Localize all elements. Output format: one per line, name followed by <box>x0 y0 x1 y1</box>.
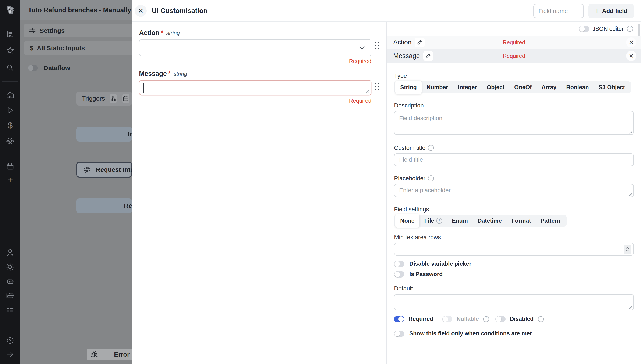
bg-settings-label: Settings <box>40 27 65 34</box>
fs-option-format[interactable]: Format <box>507 216 536 226</box>
description-textarea[interactable] <box>394 111 634 135</box>
dataflow-toggle[interactable] <box>28 65 38 71</box>
disable-variable-picker-toggle[interactable] <box>394 261 404 267</box>
spinner-down-icon <box>625 250 629 252</box>
bug-icon <box>91 350 98 358</box>
type-option-array[interactable]: Array <box>537 82 561 92</box>
fs-option-none[interactable]: None <box>395 214 419 228</box>
required-toggle[interactable] <box>394 316 404 322</box>
field-row-required-badge: Required <box>503 53 525 59</box>
workflow-title: Tuto Refund branches - Manually <box>28 6 131 14</box>
edit-pencil-icon[interactable] <box>415 38 425 47</box>
favorites-icon[interactable] <box>0 45 20 56</box>
nullable-toggle[interactable] <box>442 316 452 322</box>
node-interactive[interactable]: Ir <box>76 127 132 142</box>
resize-handle-icon[interactable] <box>627 128 632 135</box>
add-icon[interactable]: + <box>0 174 20 186</box>
fs-option-enum[interactable]: Enum <box>447 216 473 226</box>
field-row-label: Action <box>393 38 411 46</box>
custom-title-input[interactable] <box>394 154 634 166</box>
fs-option-pattern[interactable]: Pattern <box>536 216 565 226</box>
message-drag-handle[interactable] <box>375 83 381 90</box>
type-option-boolean[interactable]: Boolean <box>561 82 594 92</box>
resize-handle-icon[interactable] <box>364 88 370 94</box>
field-row-action[interactable]: Action Required ✕ <box>387 36 641 49</box>
close-icon[interactable]: ✕ <box>135 5 147 17</box>
disabled-toggle[interactable] <box>495 316 505 322</box>
node-request-label: Request Interactiv <box>96 166 132 173</box>
remove-field-icon[interactable]: ✕ <box>626 37 636 48</box>
is-password-toggle[interactable] <box>394 271 404 278</box>
bg-static-inputs-bar[interactable]: $ All Static Inputs <box>24 41 132 55</box>
description-label: Description <box>394 102 634 109</box>
resize-handle-icon[interactable] <box>627 191 632 197</box>
field-row-label: Message <box>393 52 420 60</box>
type-option-string[interactable]: String <box>395 80 422 94</box>
plus-icon: + <box>595 7 599 15</box>
type-option-number[interactable]: Number <box>422 82 453 92</box>
workspace-icon[interactable] <box>0 28 20 40</box>
fs-option-datetime[interactable]: Datetime <box>473 216 507 226</box>
conditions-label: Show this field only when conditions are… <box>409 330 532 337</box>
sliders-icon <box>29 26 36 35</box>
type-option-object[interactable]: Object <box>482 82 509 92</box>
node-request-interactive[interactable]: Request Interactiv <box>76 162 132 178</box>
required-asterisk: * <box>161 29 163 37</box>
min-rows-input[interactable] <box>394 243 634 256</box>
app-sidebar: $ + <box>0 0 20 364</box>
calendar-icon[interactable] <box>0 160 20 172</box>
info-icon: i <box>428 176 434 181</box>
help-icon[interactable] <box>0 334 20 346</box>
collapse-arrow-icon[interactable] <box>0 348 20 360</box>
info-icon: i <box>428 145 434 151</box>
info-icon: i <box>627 26 633 32</box>
billing-icon[interactable]: $ <box>0 120 20 131</box>
settings-gear-icon[interactable] <box>0 261 20 273</box>
placeholder-textarea[interactable] <box>394 184 634 197</box>
executions-icon[interactable] <box>0 104 20 116</box>
add-field-button[interactable]: + Add field <box>588 4 634 18</box>
user-icon[interactable] <box>0 246 20 258</box>
triggers-bar: Triggers <box>76 92 132 106</box>
logs-list-icon[interactable] <box>0 304 20 316</box>
message-field-label: Message <box>139 70 167 78</box>
dollar-icon: $ <box>30 44 34 52</box>
action-select[interactable] <box>139 39 371 56</box>
blocks-icon[interactable] <box>0 135 20 147</box>
modal-header: ✕ UI Customisation + Add field <box>132 0 641 22</box>
error-handler-bar[interactable]: Error H <box>87 348 132 360</box>
edit-pencil-icon[interactable] <box>423 51 433 61</box>
type-option-integer[interactable]: Integer <box>453 82 482 92</box>
type-option-oneof[interactable]: OneOf <box>509 82 537 92</box>
app-logo[interactable] <box>0 4 20 16</box>
bg-settings-bar[interactable]: Settings <box>24 24 132 37</box>
workflow-canvas: Settings $ All Static Inputs Dataflow Tr… <box>20 20 132 364</box>
default-label: Default <box>394 285 634 292</box>
webhook-trigger-icon[interactable] <box>110 94 117 104</box>
conditions-toggle[interactable] <box>394 330 404 337</box>
field-settings-panel: JSON editor i Action Required ✕ Message … <box>387 22 641 364</box>
action-drag-handle[interactable] <box>375 42 381 49</box>
node-bottom[interactable]: Re <box>76 198 132 213</box>
message-textarea[interactable] <box>139 80 371 95</box>
info-icon: i <box>538 316 544 322</box>
action-field-type: string <box>166 30 180 36</box>
json-editor-toggle[interactable] <box>579 26 589 32</box>
spinner-up-icon <box>625 246 629 249</box>
required-asterisk: * <box>168 70 171 78</box>
number-spinner[interactable] <box>624 244 631 254</box>
default-textarea[interactable] <box>394 294 634 310</box>
type-option-s3object[interactable]: S3 Object <box>594 82 630 92</box>
fs-option-file[interactable]: Filei <box>419 216 447 226</box>
field-name-input[interactable] <box>533 4 584 18</box>
robot-icon[interactable] <box>0 276 20 288</box>
resize-handle-icon[interactable] <box>627 304 632 310</box>
search-icon[interactable] <box>0 62 20 74</box>
remove-field-icon[interactable]: ✕ <box>626 51 636 61</box>
type-segmented-control: String Number Integer Object OneOf Array… <box>394 81 631 93</box>
field-row-message[interactable]: Message Required ✕ <box>387 49 641 63</box>
info-icon: i <box>436 218 442 224</box>
files-folder-icon[interactable] <box>0 290 20 302</box>
home-icon[interactable] <box>0 89 20 101</box>
schedule-trigger-icon[interactable] <box>122 94 129 104</box>
